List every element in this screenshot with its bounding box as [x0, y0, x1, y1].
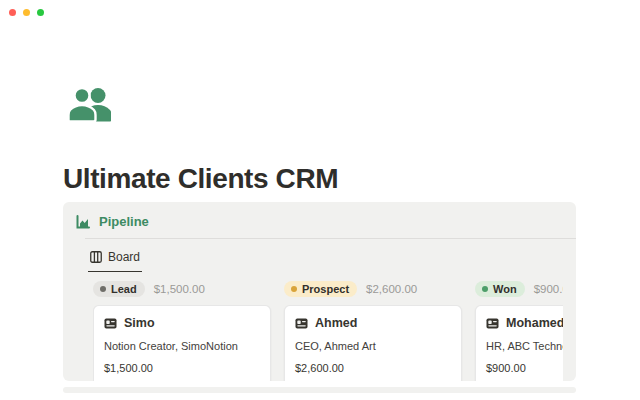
card-subtitle: Notion Creator, SimoNotion [104, 340, 260, 352]
status-pill: Prospect [284, 281, 357, 297]
page-title[interactable]: Ultimate Clients CRM [63, 163, 338, 195]
board-card[interactable]: AhmedCEO, Ahmed Art$2,600.00 [284, 305, 462, 381]
status-label: Won [493, 283, 517, 295]
card-name: Ahmed [315, 316, 357, 330]
window-controls [9, 9, 44, 16]
board-column-header[interactable]: Prospect$2,600.00 [284, 280, 464, 298]
status-pill: Lead [93, 281, 145, 297]
board-card[interactable]: SimoNotion Creator, SimoNotion$1,500.00 [93, 305, 271, 381]
card-name: Mohamed [506, 316, 563, 330]
chart-increasing-icon [76, 215, 90, 229]
people-icon[interactable] [69, 85, 111, 129]
card-name-row: Simo [104, 316, 260, 330]
status-dot-icon [100, 286, 106, 292]
minimize-button[interactable] [23, 9, 30, 16]
board-card[interactable]: MohamedHR, ABC Technology$900.00 [475, 305, 563, 381]
board-column: Prospect$2,600.00AhmedCEO, Ahmed Art$2,6… [284, 280, 464, 381]
board-columns-icon [90, 251, 102, 263]
pipeline-panel: Pipeline Board Lead$1,500.00SimoNotion C… [63, 202, 576, 381]
card-name-row: Ahmed [295, 316, 451, 330]
pipeline-header[interactable]: Pipeline [63, 202, 576, 238]
tab-board-label: Board [108, 250, 140, 264]
board-column-header[interactable]: Won$900.00 [475, 280, 563, 298]
tab-board[interactable]: Board [88, 248, 142, 272]
contact-card-icon [295, 318, 308, 329]
contact-card-icon [486, 318, 499, 329]
zoom-button[interactable] [37, 9, 44, 16]
card-subtitle: CEO, Ahmed Art [295, 340, 451, 352]
card-amount: $900.00 [486, 362, 563, 374]
column-sum: $2,600.00 [366, 283, 417, 295]
status-dot-icon [482, 286, 488, 292]
pipeline-title: Pipeline [99, 214, 149, 229]
view-tabs: Board [63, 239, 576, 272]
board-column: Lead$1,500.00SimoNotion Creator, SimoNot… [93, 280, 273, 381]
column-sum: $1,500.00 [154, 283, 205, 295]
close-button[interactable] [9, 9, 16, 16]
column-sum: $900.00 [534, 283, 563, 295]
status-label: Prospect [302, 283, 349, 295]
next-section-panel [63, 387, 576, 393]
card-amount: $2,600.00 [295, 362, 451, 374]
board: Lead$1,500.00SimoNotion Creator, SimoNot… [93, 280, 563, 381]
contact-card-icon [104, 318, 117, 329]
card-name-row: Mohamed [486, 316, 563, 330]
card-subtitle: HR, ABC Technology [486, 340, 563, 352]
status-pill: Won [475, 281, 525, 297]
board-column-header[interactable]: Lead$1,500.00 [93, 280, 273, 298]
status-dot-icon [291, 286, 297, 292]
board-column: Won$900.00MohamedHR, ABC Technology$900.… [475, 280, 563, 381]
card-amount: $1,500.00 [104, 362, 260, 374]
status-label: Lead [111, 283, 137, 295]
card-name: Simo [124, 316, 155, 330]
